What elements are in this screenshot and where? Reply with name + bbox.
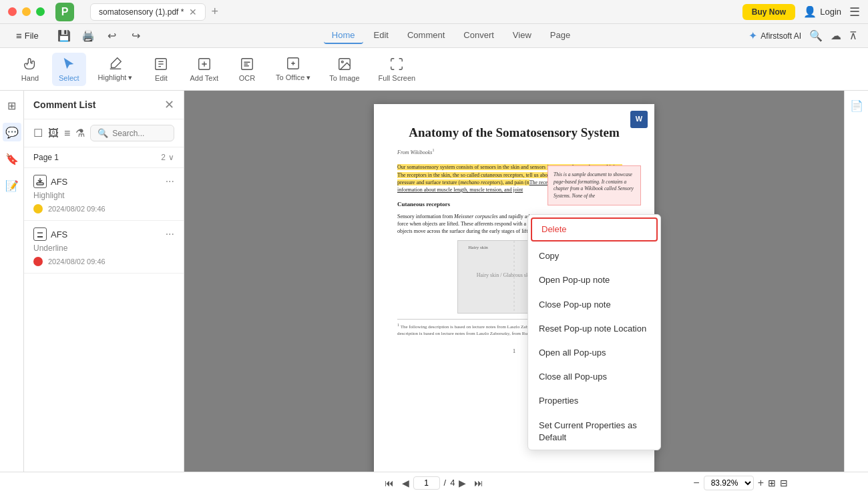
comment-search-input[interactable] xyxy=(112,129,167,138)
close-button[interactable] xyxy=(8,7,17,16)
comment-item-1-date: 2024/08/02 09:46 xyxy=(48,205,105,213)
tab-convert[interactable]: Convert xyxy=(455,27,502,44)
left-icon-thumbnail[interactable]: ⊞ xyxy=(3,96,21,115)
comment-filter-square-icon[interactable]: ☐ xyxy=(33,127,43,139)
comment-item-1-meta: 2024/08/02 09:46 xyxy=(33,204,174,213)
word-icon: W xyxy=(630,111,648,128)
hand-tool-button[interactable]: Hand xyxy=(13,53,47,86)
last-page-button[interactable]: ⏭ xyxy=(470,475,487,491)
pdf-viewer[interactable]: W Anatomy of the Somatosensory System Fr… xyxy=(184,91,844,472)
tab-label: somatosensory (1).pdf * xyxy=(99,7,184,17)
add-text-button[interactable]: Add Text xyxy=(183,53,225,86)
comment-search-box[interactable]: 🔍 xyxy=(90,125,174,141)
context-menu-copy[interactable]: Copy xyxy=(528,244,660,268)
menu-icons: 💾 🖨️ ↩ ↪ xyxy=(55,27,146,45)
comment-item-2-more-icon[interactable]: ··· xyxy=(166,228,174,240)
context-menu-set-default[interactable]: Set Current Properties as Default xyxy=(528,414,660,450)
comment-panel-header: Comment List ✕ xyxy=(24,91,184,119)
left-icon-comment[interactable]: 💬 xyxy=(3,123,21,141)
file-menu[interactable]: ≡ File xyxy=(11,27,44,44)
page-number-input[interactable] xyxy=(413,476,440,490)
comment-user-1: AFS xyxy=(33,175,67,188)
first-page-button[interactable]: ⏮ xyxy=(381,475,398,491)
pdf-subtitle: From Wikibooks1 xyxy=(397,147,631,156)
comment-item-2-meta: 2024/08/02 09:46 xyxy=(33,257,174,266)
fit-width-icon[interactable]: ⊟ xyxy=(780,478,788,488)
tab-close-icon[interactable]: ✕ xyxy=(189,7,197,17)
bottom-bar: ⏮ ◀ / 4 ▶ ⏭ − 83.92% 50% 75% 100% 125% 1… xyxy=(0,472,868,493)
context-menu-properties[interactable]: Properties xyxy=(528,389,660,413)
hamburger-icon[interactable]: ☰ xyxy=(849,5,860,19)
comment-user-2-icon xyxy=(33,227,47,241)
page-section-label: Page 1 xyxy=(33,153,59,162)
page-section-header[interactable]: Page 1 2 ∨ xyxy=(24,147,184,168)
svg-point-9 xyxy=(341,61,343,63)
full-screen-button[interactable]: Full Screen xyxy=(372,53,423,86)
search-icon[interactable]: 🔍 xyxy=(809,29,823,42)
maximize-button[interactable] xyxy=(36,7,45,16)
redo-icon[interactable]: ↪ xyxy=(127,27,146,45)
bottom-bar-content: ⏮ ◀ / 4 ▶ ⏭ − 83.92% 50% 75% 100% 125% 1… xyxy=(0,475,868,491)
left-icon-note[interactable]: 📝 xyxy=(3,176,21,195)
traffic-lights xyxy=(8,7,45,16)
context-menu-open-popup[interactable]: Open Pop-up note xyxy=(528,268,660,292)
print-icon[interactable]: 🖨️ xyxy=(79,27,97,45)
to-image-button[interactable]: To Image xyxy=(322,53,366,86)
context-menu[interactable]: Delete Copy Open Pop-up note Close Pop-u… xyxy=(527,214,661,450)
comment-user-1-icon xyxy=(33,175,47,188)
highlight-tool-button[interactable]: Highlight ▾ xyxy=(91,52,140,86)
comment-panel: Comment List ✕ ☐ 🖼 ≡ ⚗ 🔍 Page 1 2 ∨ xyxy=(24,91,184,472)
edit-tool-label: Edit xyxy=(155,74,168,82)
minimize-button[interactable] xyxy=(22,7,31,16)
prev-page-button[interactable]: ◀ xyxy=(398,475,413,491)
titlebar-right: Buy Now 👤 Login ☰ xyxy=(742,4,860,20)
right-panel-doc-icon[interactable]: 📄 xyxy=(847,96,866,115)
pdf-page: W Anatomy of the Somatosensory System Fr… xyxy=(374,104,654,472)
next-page-button[interactable]: ▶ xyxy=(455,475,470,491)
zoom-out-button[interactable]: − xyxy=(693,477,699,489)
comment-item-1-more-icon[interactable]: ··· xyxy=(166,175,174,187)
to-office-label: To Office ▾ xyxy=(276,73,310,82)
select-tool-button[interactable]: Select xyxy=(52,53,86,86)
collapse-icon[interactable]: ⊼ xyxy=(849,29,857,42)
edit-tool-button[interactable]: Edit xyxy=(144,53,178,86)
tab-page[interactable]: Page xyxy=(542,27,578,44)
context-menu-close-all[interactable]: Close all Pop-ups xyxy=(528,365,660,389)
tab-somatosensory[interactable]: somatosensory (1).pdf * ✕ xyxy=(90,3,206,21)
to-image-label: To Image xyxy=(329,74,359,82)
comment-user-2-name: AFS xyxy=(51,229,67,239)
undo-icon[interactable]: ↩ xyxy=(103,27,122,45)
tab-view[interactable]: View xyxy=(505,27,539,44)
left-icon-bookmark[interactable]: 🔖 xyxy=(3,149,21,168)
ocr-button[interactable]: OCR xyxy=(230,53,264,86)
fit-page-icon[interactable]: ⊞ xyxy=(768,478,776,488)
svg-text:Hairy skin: Hairy skin xyxy=(468,245,488,250)
save-icon[interactable]: 💾 xyxy=(55,27,73,45)
page-total: 4 xyxy=(450,478,455,488)
comment-funnel-icon[interactable]: ⚗ xyxy=(75,127,85,139)
tab-comment[interactable]: Comment xyxy=(399,27,453,44)
pdf-scroll-area[interactable]: W Anatomy of the Somatosensory System Fr… xyxy=(184,91,844,472)
zoom-select[interactable]: 83.92% 50% 75% 100% 125% 150% xyxy=(704,476,754,490)
ai-button[interactable]: ✦ Afirstsoft AI xyxy=(748,29,801,42)
context-menu-reset-popup[interactable]: Reset Pop-up note Location xyxy=(528,317,660,341)
highlight-tool-label: Highlight ▾ xyxy=(98,73,133,82)
to-office-button[interactable]: To Office ▾ xyxy=(269,52,317,86)
comment-align-icon[interactable]: ≡ xyxy=(64,127,70,139)
tab-home[interactable]: Home xyxy=(324,27,363,44)
new-tab-button[interactable]: + xyxy=(211,5,218,19)
comment-panel-close-icon[interactable]: ✕ xyxy=(164,97,174,112)
comment-image-icon[interactable]: 🖼 xyxy=(48,127,59,139)
context-menu-delete[interactable]: Delete xyxy=(531,217,658,241)
pdf-pink-box: This is a sample document to showcase pa… xyxy=(548,165,641,205)
zoom-in-button[interactable]: + xyxy=(758,477,764,489)
context-menu-close-popup[interactable]: Close Pop-up note xyxy=(528,293,660,317)
comment-item-2: AFS ··· Underline 2024/08/02 09:46 xyxy=(24,221,184,274)
buy-now-button[interactable]: Buy Now xyxy=(742,4,795,20)
pdf-title: Anatomy of the Somatosensory System xyxy=(397,124,631,142)
add-text-label: Add Text xyxy=(190,74,218,82)
context-menu-open-all[interactable]: Open all Pop-ups xyxy=(528,341,660,365)
comment-user-2: AFS xyxy=(33,227,67,241)
tab-edit[interactable]: Edit xyxy=(366,27,397,44)
login-button[interactable]: 👤 Login xyxy=(803,5,841,18)
